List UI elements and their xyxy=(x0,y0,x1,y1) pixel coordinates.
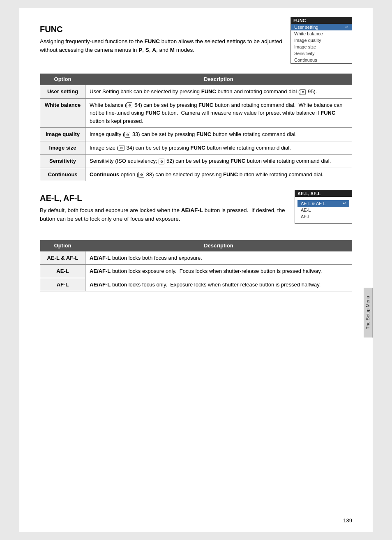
func-menu-title: FUNC xyxy=(291,17,352,24)
page: FUNC FUNC User setting White balance Ima… xyxy=(19,8,373,532)
icon-ref: ⚙ xyxy=(300,89,306,95)
table-row: Image quality Image quality (⚙ 33) can b… xyxy=(40,128,352,141)
option-afl: AF-L xyxy=(40,278,85,291)
desc-image-quality: Image quality (⚙ 33) can be set by press… xyxy=(85,128,352,141)
option-sensitivity: Sensitivity xyxy=(40,155,85,168)
func-menu-screenshot: FUNC User setting White balance Image qu… xyxy=(291,17,352,64)
table-row: Sensitivity Sensitivity (ISO equivalency… xyxy=(40,155,352,168)
table-row: White balance White balance (⚙ 54) can b… xyxy=(40,98,352,128)
option-image-quality: Image quality xyxy=(40,128,85,141)
desc-sensitivity: Sensitivity (ISO equivalency; ⚙ 52) can … xyxy=(85,155,352,168)
table-row: User setting User Setting bank can be se… xyxy=(40,85,352,99)
table-row: Continuous Continuous option (⚙ 88) can … xyxy=(40,168,352,181)
table-row: AE-L AE/AF-L button locks exposure only.… xyxy=(40,265,352,278)
option-image-size: Image size xyxy=(40,141,85,155)
func-menu-item-1: White balance xyxy=(291,30,352,37)
ael-menu-item-1: AE-L xyxy=(297,207,349,213)
option-white-balance: White balance xyxy=(40,98,85,128)
side-tab: The Setup Menu xyxy=(364,288,373,337)
func-menu-item-3: Image size xyxy=(291,44,352,50)
func-menu-item-2: Image quality xyxy=(291,37,352,44)
desc-white-balance: White balance (⚙ 54) can be set by press… xyxy=(85,98,352,128)
table-row: Image size Image size (⚙ 34) can be set … xyxy=(40,141,352,155)
icon-ref: ⚙ xyxy=(127,102,132,108)
option-ael-afl: AE-L & AF-L xyxy=(40,251,85,265)
func-section: FUNC FUNC User setting White balance Ima… xyxy=(40,25,352,64)
ael-table-header-option: Option xyxy=(40,240,85,252)
func-menu-item-5: Continuous xyxy=(291,57,352,63)
table-row: AF-L AE/AF-L button locks focus only. Ex… xyxy=(40,278,352,291)
ael-menu-title: AE-L, AF-L xyxy=(295,190,352,197)
icon-ref: ⚙ xyxy=(138,172,144,178)
ael-section: AE-L, AF-L AE-L, AF-L AE-L & AF-L AE-L A… xyxy=(40,194,352,230)
func-table-header-option: Option xyxy=(40,74,85,85)
desc-ael-afl: AE/AF-L button locks both focus and expo… xyxy=(85,251,352,265)
icon-ref: ⚙ xyxy=(125,132,130,138)
ael-menu-screenshot: AE-L, AF-L AE-L & AF-L AE-L AF-L xyxy=(295,190,352,224)
ael-table-header-description: Description xyxy=(85,240,352,252)
desc-afl: AE/AF-L button locks focus only. Exposur… xyxy=(85,278,352,291)
page-number: 139 xyxy=(343,517,352,524)
desc-continuous: Continuous option (⚙ 88) can be selected… xyxy=(85,168,352,181)
ael-menu-inner: AE-L & AF-L AE-L AF-L xyxy=(295,197,352,223)
func-menu-item-4: Sensitivity xyxy=(291,50,352,57)
ael-menu-item-0: AE-L & AF-L xyxy=(297,200,349,207)
table-row: AE-L & AF-L AE/AF-L button locks both fo… xyxy=(40,251,352,265)
option-continuous: Continuous xyxy=(40,168,85,181)
func-table-header-description: Description xyxy=(85,74,352,85)
desc-user-setting: User Setting bank can be selected by pre… xyxy=(85,85,352,99)
option-user-setting: User setting xyxy=(40,85,85,99)
func-table: Option Description User setting User Set… xyxy=(40,74,352,181)
icon-ref: ⚙ xyxy=(119,145,125,151)
ael-menu-item-2: AF-L xyxy=(297,213,349,220)
option-ael: AE-L xyxy=(40,265,85,278)
icon-ref: ⚙ xyxy=(159,159,164,164)
desc-ael: AE/AF-L button locks exposure only. Focu… xyxy=(85,265,352,278)
desc-image-size: Image size (⚙ 34) can be set by pressing… xyxy=(85,141,352,155)
func-menu-item-0: User setting xyxy=(291,24,352,30)
ael-table: Option Description AE-L & AF-L AE/AF-L b… xyxy=(40,240,352,292)
